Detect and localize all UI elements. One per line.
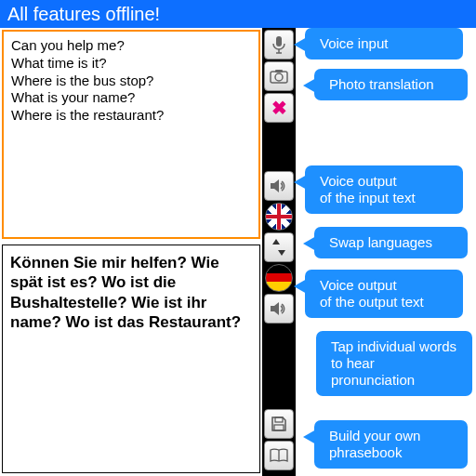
speak-output-button[interactable] [264,294,294,324]
header-title: All features offline! [7,4,160,25]
callout-voice-input: Voice input [305,28,463,60]
svg-rect-11 [274,425,284,430]
svg-marker-6 [271,179,279,192]
callout-tap-words: Tap individual words to hear pronunciati… [316,331,472,396]
output-text-area[interactable]: Können Sie mir helfen? Wie spät ist es? … [2,245,260,473]
speaker-icon [270,301,288,316]
swap-languages-button[interactable] [264,232,294,262]
header-bar: All features offline! [0,0,476,28]
callout-photo-translation: Photo translation [314,69,468,100]
callout-voice-output-input: Voice output of the input text [305,165,463,214]
svg-marker-7 [272,239,280,245]
target-language-flag-de[interactable] [265,264,293,292]
callout-voice-output-output: Voice output of the output text [305,270,463,318]
source-language-flag-uk[interactable] [265,203,293,231]
toolbar: ✖ [262,28,296,476]
speaker-icon [270,178,288,193]
callout-swap-languages: Swap languages [314,227,468,258]
microphone-icon [271,35,286,54]
save-icon [271,416,287,432]
svg-rect-4 [275,70,283,73]
close-icon: ✖ [271,97,287,119]
input-text-area[interactable]: Can you help me? What time is it? Where … [2,30,260,239]
speak-input-button[interactable] [264,171,294,201]
voice-input-button[interactable] [264,30,294,60]
svg-marker-8 [278,250,285,256]
book-icon [270,448,288,463]
app-area: Can you help me? What time is it? Where … [0,28,476,476]
camera-icon [270,69,288,84]
phrasebook-button[interactable] [264,441,294,470]
svg-marker-9 [271,302,279,315]
clear-button[interactable]: ✖ [264,93,294,123]
save-button[interactable] [264,409,294,439]
svg-rect-0 [276,36,282,46]
text-panes: Can you help me? What time is it? Where … [0,28,262,476]
svg-point-5 [275,73,283,81]
callout-phrasebook: Build your own phrasebook [314,420,468,469]
swap-icon [272,239,285,256]
callouts-area: Voice input Photo translation Voice outp… [296,28,476,476]
photo-translation-button[interactable] [264,61,294,91]
